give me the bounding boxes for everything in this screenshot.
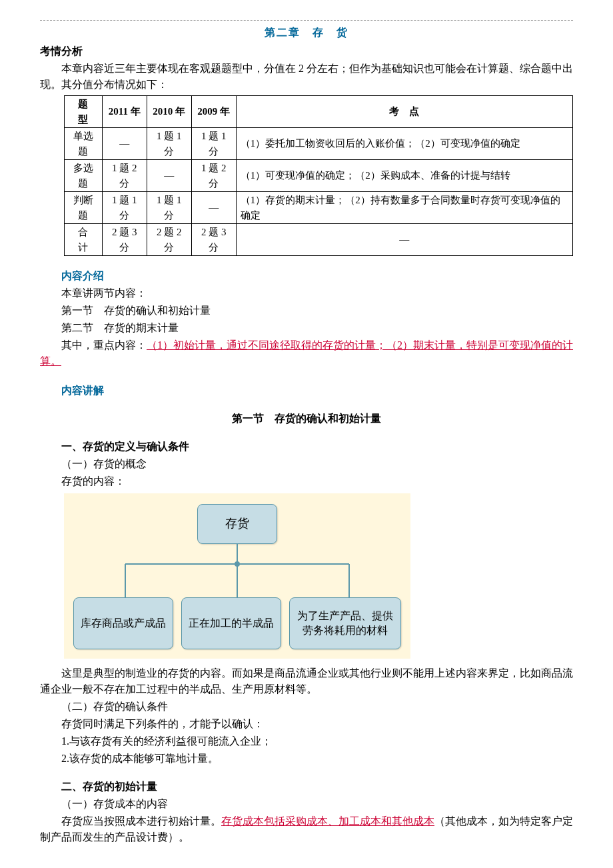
cell-type: 多选题: [65, 160, 103, 192]
cell-2010: 2 题 2 分: [147, 224, 191, 256]
table-row: 多选题 1 题 2 分 — 1 题 2 分 （1）可变现净值的确定；（2）采购成…: [65, 160, 573, 192]
cell-note: —: [236, 224, 572, 256]
cell-2009: 1 题 2 分: [191, 160, 236, 192]
cell-2009: —: [191, 192, 236, 224]
cell-2011: 1 题 1 分: [102, 192, 147, 224]
heading-2a-key: 存货成本包括采购成本、加工成本和其他成本: [221, 815, 434, 827]
cell-2011: 2 题 3 分: [102, 224, 147, 256]
diagram-root-box: 存货: [197, 504, 277, 544]
intro-line-1: 本章讲两节内容：: [40, 285, 573, 301]
chapter-title: 第二章 存 货: [40, 25, 573, 41]
th-2009: 2009 年: [191, 96, 236, 128]
score-table: 题 型 2011 年 2010 年 2009 年 考 点 单选题 — 1 题 1…: [64, 95, 573, 256]
cell-note: （1）委托加工物资收回后的入账价值；（2）可变现净值的确定: [236, 128, 572, 160]
intro-line-3: 第二节 存货的期末计量: [40, 320, 573, 336]
heading-1a: （一）存货的概念: [40, 456, 573, 472]
diagram-child-2: 正在加工的半成品: [181, 597, 281, 649]
th-2011: 2011 年: [102, 96, 147, 128]
cell-type: 判断题: [65, 192, 103, 224]
th-type: 题 型: [65, 96, 103, 128]
svg-point-5: [235, 562, 239, 566]
cell-2010: —: [147, 160, 191, 192]
heading-2a-lead: 存货应当按照成本进行初始计量。: [61, 815, 221, 827]
heading-1a-line: 存货的内容：: [40, 473, 573, 489]
heading-1b-item-1: 1.与该存货有关的经济利益很可能流入企业；: [40, 733, 573, 749]
th-2010: 2010 年: [147, 96, 191, 128]
th-note: 考 点: [236, 96, 572, 128]
lecture-heading: 内容讲解: [40, 383, 573, 399]
heading-2: 二、存货的初始计量: [40, 779, 573, 795]
table-header-row: 题 型 2011 年 2010 年 2009 年 考 点: [65, 96, 573, 128]
cell-2010: 1 题 1 分: [147, 128, 191, 160]
intro-line-2: 第一节 存货的确认和初始计量: [40, 303, 573, 319]
heading-2a-paragraph: 存货应当按照成本进行初始计量。存货成本包括采购成本、加工成本和其他成本（其他成本…: [40, 813, 573, 845]
intro-key-sentence: 其中，重点内容：（1）初始计量，通过不同途径取得的存货的计量；（2）期末计量，特…: [40, 337, 573, 369]
diagram-child-1: 库存商品或产成品: [73, 597, 173, 649]
heading-1b-item-2: 2.该存货的成本能够可靠地计量。: [40, 751, 573, 767]
inventory-diagram: 存货 库存商品或产成品 正在加工的半成品 为了生产产品、提供劳务将耗用的材料: [64, 493, 410, 659]
cell-2009: 2 题 3 分: [191, 224, 236, 256]
cell-2011: 1 题 2 分: [102, 160, 147, 192]
cell-type: 单选题: [65, 128, 103, 160]
table-row: 判断题 1 题 1 分 1 题 1 分 — （1）存货的期末计量；（2）持有数量…: [65, 192, 573, 224]
cell-2011: —: [102, 128, 147, 160]
analysis-heading: 考情分析: [40, 43, 573, 59]
heading-2a: （一）存货成本的内容: [40, 796, 573, 812]
intro-heading: 内容介绍: [40, 268, 573, 284]
section-1-title: 第一节 存货的确认和初始计量: [40, 411, 573, 427]
table-row: 单选题 — 1 题 1 分 1 题 1 分 （1）委托加工物资收回后的入账价值；…: [65, 128, 573, 160]
cell-2009: 1 题 1 分: [191, 128, 236, 160]
cell-type: 合 计: [65, 224, 103, 256]
diagram-connector: [73, 544, 401, 597]
diagram-child-3: 为了生产产品、提供劳务将耗用的材料: [289, 597, 401, 649]
analysis-paragraph: 本章内容近三年主要体现在客观题题型中，分值在 2 分左右；但作为基础知识也可能会…: [40, 61, 573, 93]
heading-1b-line: 存货同时满足下列条件的，才能予以确认：: [40, 716, 573, 732]
heading-1: 一、存货的定义与确认条件: [40, 439, 573, 455]
cell-2010: 1 题 1 分: [147, 192, 191, 224]
top-divider: [40, 20, 573, 21]
cell-note: （1）可变现净值的确定；（2）采购成本、准备的计提与结转: [236, 160, 572, 192]
table-row: 合 计 2 题 3 分 2 题 2 分 2 题 3 分 —: [65, 224, 573, 256]
intro-lead: 其中，重点内容：: [61, 339, 147, 351]
heading-1b: （二）存货的确认条件: [40, 699, 573, 715]
after-diagram-paragraph: 这里是典型的制造业的存货的内容。而如果是商品流通企业或其他行业则不能用上述内容来…: [40, 665, 573, 697]
cell-note: （1）存货的期末计量；（2）持有数量多于合同数量时存货可变现净值的确定: [236, 192, 572, 224]
